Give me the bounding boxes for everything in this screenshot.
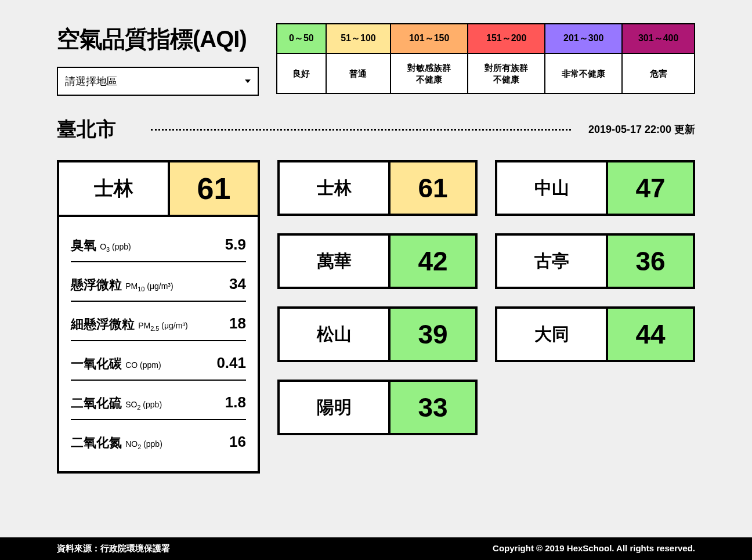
dotted-divider bbox=[151, 129, 571, 131]
update-time: 2019-05-17 22:00 更新 bbox=[588, 122, 695, 136]
metric-value: 18 bbox=[229, 315, 246, 333]
metric-row: 臭氧 O3 (ppb)5.9 bbox=[71, 223, 246, 262]
metric-label: 細懸浮微粒 PM2.5 (μg/m³) bbox=[71, 316, 188, 333]
site-aqi: 36 bbox=[606, 236, 693, 287]
site-name: 大同 bbox=[497, 309, 606, 360]
city-name: 臺北市 bbox=[57, 116, 116, 143]
legend-range-cell: 301～400 bbox=[622, 24, 695, 53]
legend-label-cell: 普通 bbox=[326, 53, 391, 93]
legend-range-cell: 151～200 bbox=[468, 24, 545, 53]
detail-aqi-value: 61 bbox=[168, 162, 258, 215]
metric-row: 細懸浮微粒 PM2.5 (μg/m³)18 bbox=[71, 302, 246, 341]
legend-label-cell: 危害 bbox=[622, 53, 695, 93]
metric-row: 二氧化硫 SO2 (ppb)1.8 bbox=[71, 381, 246, 420]
footer-copyright: Copyright © 2019 HexSchool. All rights r… bbox=[493, 543, 695, 554]
legend-range-row: 0～5051～100101～150151～200201～300301～400 bbox=[277, 24, 695, 53]
metric-value: 1.8 bbox=[225, 393, 246, 411]
site-card[interactable]: 中山47 bbox=[495, 160, 695, 216]
footer-source: 資料來源：行政院環境保護署 bbox=[57, 543, 170, 554]
site-card[interactable]: 萬華42 bbox=[277, 233, 478, 289]
legend-label-cell: 良好 bbox=[277, 53, 326, 93]
metric-value: 5.9 bbox=[225, 236, 246, 254]
site-card[interactable]: 松山39 bbox=[277, 306, 478, 362]
metric-value: 34 bbox=[229, 275, 246, 293]
site-card[interactable]: 大同44 bbox=[495, 306, 695, 362]
metric-value: 16 bbox=[229, 433, 246, 451]
legend-range-cell: 101～150 bbox=[391, 24, 468, 53]
footer: 資料來源：行政院環境保護署 Copyright © 2019 HexSchool… bbox=[0, 537, 752, 560]
site-aqi: 42 bbox=[388, 236, 475, 287]
metric-row: 二氧化氮 NO2 (ppb)16 bbox=[71, 420, 246, 458]
metric-label: 臭氧 O3 (ppb) bbox=[71, 237, 131, 254]
metric-label: 二氧化硫 SO2 (ppb) bbox=[71, 395, 162, 412]
legend-range-cell: 201～300 bbox=[545, 24, 622, 53]
metric-row: 一氧化碳 CO (ppm)0.41 bbox=[71, 341, 246, 381]
site-name: 中山 bbox=[497, 162, 606, 214]
metric-row: 懸浮微粒 PM10 (μg/m³)34 bbox=[71, 262, 246, 302]
detail-card: 士林 61 臭氧 O3 (ppb)5.9懸浮微粒 PM10 (μg/m³)34細… bbox=[57, 160, 260, 474]
metric-label: 二氧化氮 NO2 (ppb) bbox=[71, 434, 162, 451]
legend-label-cell: 非常不健康 bbox=[545, 53, 622, 93]
metric-label: 懸浮微粒 PM10 (μg/m³) bbox=[71, 276, 173, 294]
site-aqi: 39 bbox=[388, 309, 475, 360]
aqi-legend-table: 0～5051～100101～150151～200201～300301～400 良… bbox=[276, 23, 695, 94]
legend-range-cell: 51～100 bbox=[326, 24, 391, 53]
site-name: 陽明 bbox=[280, 382, 388, 433]
site-card[interactable]: 陽明33 bbox=[277, 380, 478, 435]
legend-label-row: 良好普通對敏感族群不健康對所有族群不健康非常不健康危害 bbox=[277, 53, 695, 93]
page-title: 空氣品質指標(AQI) bbox=[57, 23, 259, 55]
legend-range-cell: 0～50 bbox=[277, 24, 326, 53]
site-name: 萬華 bbox=[280, 236, 388, 287]
site-aqi: 47 bbox=[606, 162, 693, 214]
site-name: 古亭 bbox=[497, 236, 606, 287]
site-name: 松山 bbox=[280, 309, 388, 360]
metric-value: 0.41 bbox=[216, 354, 246, 372]
site-aqi: 33 bbox=[388, 382, 475, 433]
metric-label: 一氧化碳 CO (ppm) bbox=[71, 355, 161, 373]
site-aqi: 61 bbox=[388, 162, 475, 214]
site-card[interactable]: 士林61 bbox=[277, 160, 478, 216]
detail-site-name: 士林 bbox=[59, 162, 168, 215]
legend-label-cell: 對所有族群不健康 bbox=[468, 53, 545, 93]
region-select[interactable]: 請選擇地區 bbox=[57, 67, 259, 96]
legend-label-cell: 對敏感族群不健康 bbox=[391, 53, 468, 93]
site-aqi: 44 bbox=[606, 309, 693, 360]
site-name: 士林 bbox=[280, 162, 388, 214]
site-card[interactable]: 古亭36 bbox=[495, 233, 695, 289]
